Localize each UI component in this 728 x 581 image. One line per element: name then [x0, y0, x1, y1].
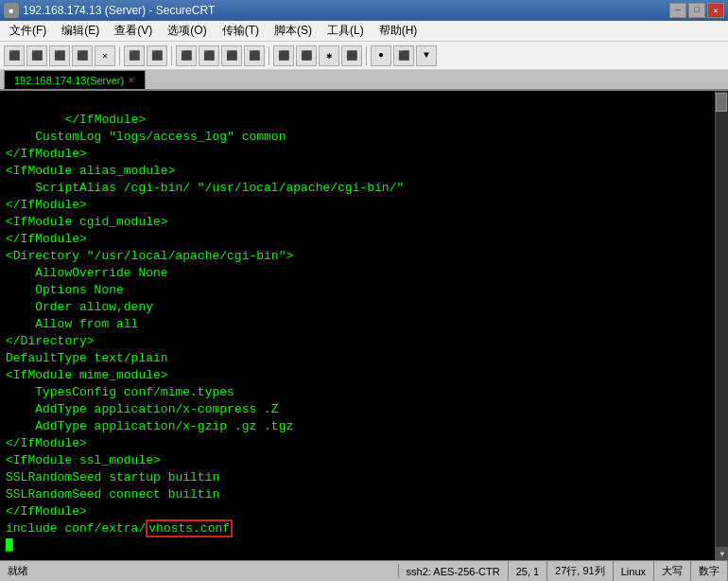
terminal-line-1: </IfModule>	[35, 113, 146, 127]
terminal-line-12: Order allow,deny	[6, 300, 153, 314]
terminal-line-9: <Directory "/usr/local/apache/cgi-bin">	[6, 249, 293, 263]
toolbar-btn-14[interactable]: ✱	[319, 45, 339, 66]
status-right: ssh2: AES-256-CTR 25, 1 27行, 91列 Linux 大…	[399, 561, 728, 582]
toolbar-btn-18[interactable]: ▼	[416, 45, 437, 66]
toolbar-btn-1[interactable]: ⬛	[4, 45, 25, 66]
terminal-line-3: </IfModule>	[6, 147, 87, 161]
highlighted-text: vhosts.conf	[146, 519, 233, 537]
status-ready: 就绪	[0, 564, 399, 578]
status-os: Linux	[614, 561, 654, 582]
status-dimensions: 27行, 91列	[547, 561, 614, 582]
toolbar-btn-11[interactable]: ⬛	[244, 45, 265, 66]
toolbar-separator-4	[366, 46, 367, 65]
terminal-line-7: <IfModule cgid_module>	[6, 215, 168, 229]
scrollbar-down-button[interactable]: ▼	[716, 547, 728, 560]
toolbar-btn-13[interactable]: ⬛	[296, 45, 317, 66]
menu-file[interactable]: 文件(F)	[2, 21, 54, 41]
terminal-line-8: </IfModule>	[6, 232, 87, 246]
toolbar-btn-4[interactable]: ⬛	[72, 45, 93, 66]
maximize-button[interactable]: □	[688, 3, 705, 18]
title-bar: ■ 192.168.174.13 (Server) - SecureCRT ─ …	[0, 0, 728, 21]
terminal-line-25: include conf/extra/vhosts.conf	[6, 519, 233, 537]
toolbar-btn-5[interactable]: ✕	[95, 45, 115, 66]
tab-label: 192.168.174.13(Server)	[14, 75, 124, 86]
toolbar-btn-8[interactable]: ⬛	[176, 45, 197, 66]
window-controls: ─ □ ✕	[669, 3, 724, 18]
menu-bar: 文件(F) 编辑(E) 查看(V) 选项(O) 传输(T) 脚本(S) 工具(L…	[0, 21, 728, 42]
terminal-line-23: SSLRandomSeed connect builtin	[6, 487, 219, 502]
terminal-line-5: ScriptAlias /cgi-bin/ "/usr/local/apache…	[6, 181, 404, 195]
terminal-line-21: <IfModule ssl_module>	[6, 453, 161, 467]
toolbar-btn-15[interactable]: ⬛	[341, 45, 362, 66]
status-session: ssh2: AES-256-CTR	[399, 561, 509, 582]
terminal-line-22: SSLRandomSeed startup builtin	[6, 470, 219, 484]
toolbar-btn-3[interactable]: ⬛	[49, 45, 70, 66]
toolbar-btn-6[interactable]: ⬛	[124, 45, 145, 66]
status-position: 25, 1	[509, 561, 547, 582]
terminal-line-24: </IfModule>	[6, 504, 87, 519]
toolbar-btn-9[interactable]: ⬛	[199, 45, 219, 66]
terminal-line-10: AllowOverride None	[6, 266, 168, 280]
menu-transfer[interactable]: 传输(T)	[215, 21, 267, 41]
terminal-line-18: AddType application/x-compress .Z	[6, 402, 279, 416]
toolbar-btn-10[interactable]: ⬛	[221, 45, 242, 66]
menu-options[interactable]: 选项(O)	[160, 21, 214, 41]
toolbar-separator-2	[171, 46, 172, 65]
title-text: ■ 192.168.174.13 (Server) - SecureCRT	[4, 3, 215, 18]
terminal-line-17: TypesConfig conf/mime.types	[6, 385, 234, 399]
status-caps: 大写	[654, 561, 691, 582]
terminal-wrapper[interactable]: </IfModule> CustomLog "logs/access_log" …	[0, 91, 728, 560]
minimize-button[interactable]: ─	[669, 3, 686, 18]
toolbar-btn-7[interactable]: ⬛	[147, 45, 167, 66]
terminal-line-16: <IfModule mime_module>	[6, 368, 168, 382]
toolbar-btn-2[interactable]: ⬛	[26, 45, 47, 66]
scrollbar-thumb[interactable]	[716, 93, 727, 112]
terminal-content[interactable]: </IfModule> CustomLog "logs/access_log" …	[0, 91, 715, 560]
terminal-line-14: </Directory>	[6, 334, 95, 348]
terminal-line-13: Allow from all	[6, 317, 138, 331]
scrollbar[interactable]: ▼	[715, 91, 728, 560]
toolbar-btn-17[interactable]: ⬛	[393, 45, 414, 66]
app-icon: ■	[4, 3, 19, 18]
menu-edit[interactable]: 编辑(E)	[54, 21, 107, 41]
terminal-line-15: DefaultType text/plain	[6, 351, 168, 365]
toolbar-separator-3	[269, 46, 269, 65]
terminal-cursor: █	[6, 538, 13, 553]
menu-script[interactable]: 脚本(S)	[267, 21, 320, 41]
close-button[interactable]: ✕	[707, 3, 724, 18]
status-num: 数字	[691, 561, 728, 582]
menu-tools[interactable]: 工具(L)	[320, 21, 372, 41]
tab-close-icon[interactable]: ✕	[128, 76, 135, 85]
menu-help[interactable]: 帮助(H)	[372, 21, 425, 41]
tab-bar: 192.168.174.13(Server) ✕	[0, 70, 728, 91]
terminal-line-20: </IfModule>	[6, 436, 87, 450]
menu-view[interactable]: 查看(V)	[107, 21, 160, 41]
toolbar-btn-12[interactable]: ⬛	[273, 45, 294, 66]
terminal-line-19: AddType application/x-gzip .gz .tgz	[6, 419, 293, 433]
terminal-line-11: Options None	[6, 283, 124, 297]
toolbar: ⬛ ⬛ ⬛ ⬛ ✕ ⬛ ⬛ ⬛ ⬛ ⬛ ⬛ ⬛ ⬛ ✱ ⬛ ● ⬛ ▼	[0, 42, 728, 70]
status-bar: 就绪 ssh2: AES-256-CTR 25, 1 27行, 91列 Linu…	[0, 560, 728, 581]
toolbar-separator-1	[119, 46, 120, 65]
window-title: 192.168.174.13 (Server) - SecureCRT	[23, 4, 215, 17]
terminal-line-4: <IfModule alias_module>	[6, 164, 175, 178]
toolbar-btn-16[interactable]: ●	[371, 45, 391, 66]
terminal-line-6: </IfModule>	[6, 198, 87, 212]
session-tab[interactable]: 192.168.174.13(Server) ✕	[4, 70, 146, 89]
terminal-line-2: CustomLog "logs/access_log" common	[6, 130, 286, 144]
